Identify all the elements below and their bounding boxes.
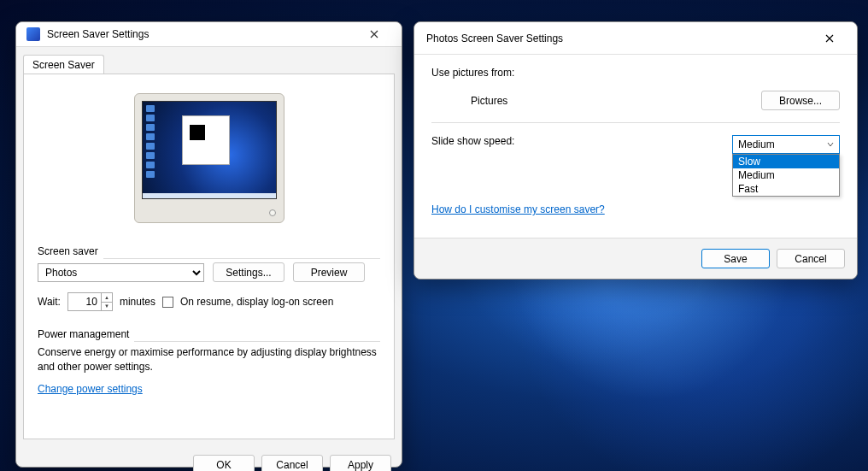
tab-screen-saver[interactable]: Screen Saver — [23, 55, 104, 74]
change-power-settings-link[interactable]: Change power settings — [38, 383, 143, 395]
slideshow-speed-label: Slide show speed: — [431, 135, 514, 147]
wait-label: Wait: — [38, 296, 61, 308]
window-title: Screen Saver Settings — [47, 28, 357, 40]
photos-screensaver-settings-dialog: Photos Screen Saver Settings Use picture… — [413, 21, 858, 280]
use-pictures-from-label: Use pictures from: — [431, 67, 514, 79]
dialog-body: Screen Saver Screen saver Photos Setting… — [16, 47, 402, 446]
power-description: Conserve energy or maximise performance … — [38, 345, 380, 374]
speed-option-medium[interactable]: Medium — [733, 168, 839, 182]
screen-saver-settings-dialog: Screen Saver Settings Screen Saver Scree… — [15, 21, 402, 468]
screensaver-group-label: Screen saver — [38, 245, 98, 257]
speed-selected-value: Medium — [738, 138, 775, 150]
close-icon — [370, 30, 378, 38]
browse-button[interactable]: Browse... — [761, 91, 840, 110]
dialog-footer: Save Cancel — [414, 238, 857, 279]
slideshow-speed-dropdown[interactable]: Slow Medium Fast — [732, 154, 840, 197]
tab-panel: Screen saver Photos Settings... Preview … — [23, 74, 395, 439]
minutes-label: minutes — [120, 296, 155, 308]
speed-option-slow[interactable]: Slow — [733, 155, 839, 168]
close-button[interactable] — [357, 22, 391, 46]
resume-checkbox[interactable] — [162, 297, 173, 308]
pictures-folder-value: Pictures — [471, 95, 507, 107]
resume-label: On resume, display log-on screen — [180, 296, 333, 308]
power-group-label: Power management — [38, 328, 129, 340]
close-icon — [825, 34, 834, 43]
app-icon — [26, 27, 40, 41]
dialog-body: Use pictures from: Pictures Browse... Sl… — [414, 55, 857, 238]
save-button[interactable]: Save — [701, 249, 770, 268]
close-button[interactable] — [812, 26, 847, 50]
titlebar: Screen Saver Settings — [16, 22, 402, 47]
customise-help-link[interactable]: How do I customise my screen saver? — [431, 203, 605, 215]
settings-button[interactable]: Settings... — [213, 262, 284, 282]
ok-button[interactable]: OK — [193, 455, 255, 471]
cancel-button[interactable]: Cancel — [777, 249, 845, 268]
screensaver-select[interactable]: Photos — [38, 263, 204, 282]
window-title: Photos Screen Saver Settings — [426, 32, 812, 44]
spinner-down-icon[interactable]: ▼ — [102, 303, 112, 311]
chevron-down-icon — [827, 141, 834, 148]
speed-option-fast[interactable]: Fast — [733, 182, 839, 196]
spinner-up-icon[interactable]: ▲ — [102, 293, 112, 303]
wait-spinner[interactable]: ▲ ▼ — [67, 292, 113, 311]
slideshow-speed-select[interactable]: Medium — [732, 135, 840, 154]
screensaver-preview-monitor — [134, 93, 284, 223]
apply-button[interactable]: Apply — [330, 455, 391, 471]
cancel-button[interactable]: Cancel — [261, 455, 323, 471]
dialog-footer: OK Cancel Apply — [16, 446, 402, 471]
titlebar: Photos Screen Saver Settings — [414, 22, 857, 55]
preview-button[interactable]: Preview — [293, 262, 365, 282]
wait-input[interactable] — [68, 293, 101, 310]
